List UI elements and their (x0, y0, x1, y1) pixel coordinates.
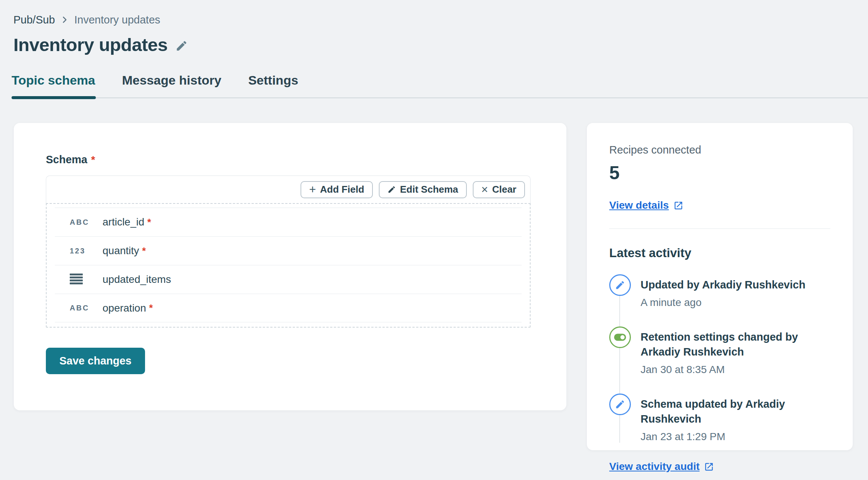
activity-item: Retention settings changed by Arkadiy Ru… (609, 326, 830, 376)
field-name: updated_items (103, 274, 171, 285)
breadcrumb-current: Inventory updates (74, 14, 160, 26)
activity-title: Updated by Arkadiy Rushkevich (641, 277, 805, 292)
content-row: Schema * + Add Field Edit Schema × Clear (14, 123, 853, 450)
activity-item: Schema updated by Arkadiy Rushkevich Jan… (609, 394, 830, 443)
field-name: article_id (103, 216, 144, 228)
save-changes-button[interactable]: Save changes (46, 348, 145, 374)
pencil-icon (175, 40, 188, 52)
latest-activity-heading: Latest activity (609, 246, 830, 260)
activity-title: Schema updated by Arkadiy Rushkevich (641, 397, 820, 426)
recipes-connected-count: 5 (609, 162, 830, 184)
activity-time: Jan 30 at 8:35 AM (641, 364, 820, 376)
tab-settings[interactable]: Settings (248, 73, 298, 97)
field-row-updated-items[interactable]: updated_items (55, 265, 522, 294)
tab-message-history-label: Message history (122, 73, 221, 87)
active-tab-underline (12, 96, 96, 99)
required-marker: * (142, 245, 146, 257)
edit-schema-button[interactable]: Edit Schema (379, 181, 467, 198)
chevron-right-icon (60, 15, 69, 24)
activity-item: Updated by Arkadiy Rushkevich A minute a… (609, 274, 830, 309)
required-marker: * (91, 154, 95, 166)
view-activity-audit-label: View activity audit (609, 461, 699, 473)
text-type-icon: ABC (70, 304, 103, 312)
required-marker: * (149, 302, 153, 314)
external-link-icon (673, 200, 683, 211)
add-field-label: Add Field (320, 184, 364, 195)
recipes-connected-label: Recipes connected (609, 144, 830, 156)
view-details-link[interactable]: View details (609, 199, 683, 211)
tab-settings-label: Settings (248, 73, 298, 87)
number-type-icon: 123 (70, 247, 103, 255)
edit-title-button[interactable] (175, 37, 188, 52)
schema-toolbar: + Add Field Edit Schema × Clear (46, 176, 531, 203)
pencil-icon (609, 274, 631, 296)
activity-time: A minute ago (641, 297, 805, 309)
schema-label-row: Schema * (46, 154, 531, 166)
sidebar-card: Recipes connected 5 View details Latest … (587, 123, 853, 450)
clear-label: Clear (492, 184, 516, 195)
external-link-icon (704, 462, 714, 472)
schema-field-label: Schema (46, 154, 87, 166)
toggle-on-icon (609, 326, 631, 348)
field-row-operation[interactable]: ABC operation * (55, 294, 522, 322)
activity-title: Retention settings changed by Arkadiy Ru… (641, 329, 820, 359)
title-row: Inventory updates (0, 34, 868, 55)
edit-schema-label: Edit Schema (400, 184, 458, 195)
pencil-icon (609, 394, 631, 415)
pubsub-topic-page: Pub/Sub Inventory updates Inventory upda… (0, 0, 868, 450)
view-details-label: View details (609, 199, 669, 211)
tab-bar: Topic schema Message history Settings (12, 73, 868, 98)
activity-time: Jan 23 at 1:29 PM (641, 431, 820, 443)
tab-message-history[interactable]: Message history (122, 73, 221, 97)
field-name: operation (103, 302, 146, 314)
close-icon: × (481, 184, 488, 195)
text-type-icon: ABC (70, 218, 103, 227)
breadcrumb: Pub/Sub Inventory updates (0, 12, 868, 28)
list-type-icon (70, 273, 103, 286)
field-name: quantity (103, 245, 139, 257)
field-row-quantity[interactable]: 123 quantity * (55, 236, 522, 265)
field-row-article-id[interactable]: ABC article_id * (55, 208, 522, 236)
tab-topic-schema-label: Topic schema (12, 73, 95, 87)
activity-timeline: Updated by Arkadiy Rushkevich A minute a… (609, 274, 830, 473)
required-marker: * (147, 217, 151, 228)
divider (609, 228, 830, 229)
pencil-icon (387, 185, 396, 194)
add-field-button[interactable]: + Add Field (301, 181, 373, 198)
tab-topic-schema[interactable]: Topic schema (12, 73, 95, 97)
clear-button[interactable]: × Clear (473, 181, 525, 198)
view-activity-audit-link[interactable]: View activity audit (609, 461, 714, 473)
schema-card: Schema * + Add Field Edit Schema × Clear (14, 123, 566, 410)
breadcrumb-pubsub-link[interactable]: Pub/Sub (13, 14, 55, 26)
page-title: Inventory updates (13, 34, 168, 55)
schema-field-list: ABC article_id * 123 quantity * updated_… (46, 203, 531, 328)
plus-icon: + (309, 184, 316, 195)
